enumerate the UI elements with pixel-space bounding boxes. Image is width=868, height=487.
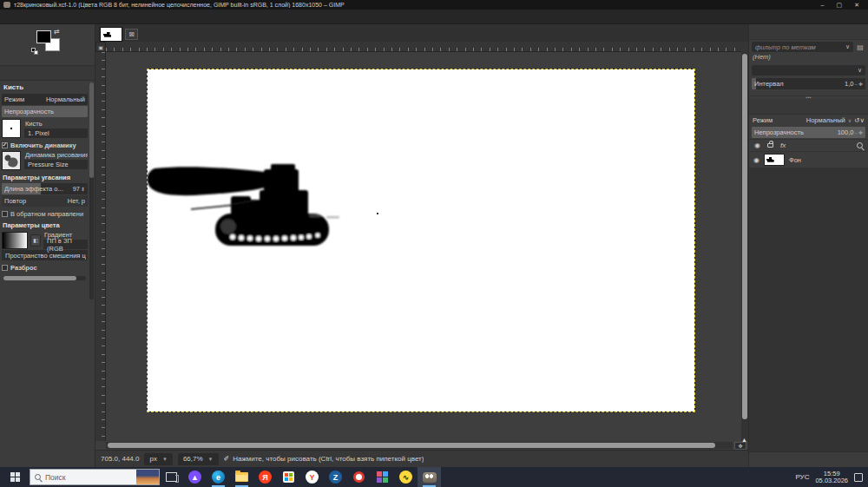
mode-switch-icon[interactable]: ↺∨ [854, 116, 865, 124]
dynamics-value[interactable]: Pressure Size [24, 160, 88, 169]
start-button[interactable] [0, 467, 30, 487]
brush-label: Кисть [24, 120, 88, 128]
image-canvas[interactable] [148, 69, 694, 411]
brush-spacing-slider[interactable]: Интервал 1,0 − ✚ [752, 78, 865, 89]
layer-mode-value[interactable]: Нормальный [806, 116, 845, 124]
opera-icon [353, 471, 365, 483]
ms-store-button[interactable] [277, 467, 300, 487]
gimp-taskbar-button[interactable] [418, 467, 441, 487]
horizontal-scrollbar[interactable] [106, 442, 733, 449]
opera-app-button[interactable] [347, 467, 371, 487]
gimp-window: т28криноковый.xcf-1.0 (Цвета RGB 8 бит, … [0, 0, 868, 487]
layer-name[interactable]: Фон [789, 156, 801, 164]
yandex-start-button[interactable]: Y [300, 467, 324, 487]
unit-dropdown[interactable]: px ▼ [144, 453, 172, 465]
alice-app-button[interactable]: ▲ [183, 467, 207, 487]
image-tab-strip: ⊠ [95, 24, 748, 42]
options-vertical-scrollbar[interactable] [89, 82, 94, 299]
tool-grid [0, 24, 95, 27]
foreground-color-swatch[interactable] [36, 30, 51, 43]
fade-length-slider[interactable]: Длина эффекта о... 97 ⬍ [2, 183, 88, 194]
view-mode-toggle-icon[interactable]: ▤ [855, 43, 865, 51]
tray-date: 05.03.2026 [815, 477, 848, 484]
image-tab[interactable] [100, 27, 122, 42]
layer-row-background[interactable]: ◉ Фон [749, 152, 868, 168]
spacing-value: 1,0 [843, 80, 853, 88]
layer-buttons [749, 451, 868, 467]
vertical-scrollbar[interactable]: ▲ [741, 52, 748, 441]
gradient-reverse-button[interactable]: ◧ [30, 234, 41, 247]
enable-dynamics-checkbox[interactable]: ✓ Включить динамику [2, 140, 88, 150]
repeat-dropdown[interactable]: Повтор Нет, р [2, 195, 88, 207]
brush-preview[interactable] [2, 119, 21, 138]
blend-space-dropdown[interactable]: Пространство смешения ц [2, 250, 88, 260]
enable-dynamics-label: Включить динамику [10, 141, 76, 149]
close-button[interactable]: ✕ [854, 2, 859, 9]
layer-opacity-label: Непрозрачность [754, 128, 836, 136]
tiles-app-button[interactable] [371, 467, 394, 487]
fade-options-title: Параметры угасания [2, 171, 88, 182]
jitter-label: Разброс [10, 264, 37, 272]
layer-visibility-icon[interactable]: ◉ [753, 156, 760, 164]
options-horizontal-scrollbar[interactable] [3, 276, 86, 280]
minus-icon[interactable]: − [854, 82, 858, 87]
search-icon [35, 474, 41, 480]
spinner-icon[interactable]: ⬍ [81, 186, 85, 192]
ruler-origin-button[interactable]: ▣ [95, 42, 106, 52]
plus-icon[interactable]: ✚ [858, 81, 863, 87]
image-thumbnail [103, 32, 114, 37]
dynamics-preview-icon [2, 151, 21, 170]
repeat-label: Повтор [4, 197, 66, 205]
fade-length-value: 97 [71, 185, 80, 193]
yandex-browser-icon: Я [259, 471, 272, 484]
fx-icon[interactable]: fx [780, 141, 786, 149]
vertical-ruler[interactable] [95, 52, 106, 441]
tag-filter-input[interactable]: фильтр по меткам ∨ [752, 42, 853, 52]
swap-colors-icon[interactable]: ⇄ [54, 28, 60, 36]
clock[interactable]: 15:59 05.03.2026 [815, 471, 848, 484]
tool-options-title: Кисть [2, 82, 88, 93]
gradient-value[interactable]: ПП в ЗП (RGB [43, 240, 88, 249]
default-colors-icon[interactable] [31, 48, 39, 55]
language-indicator[interactable]: РУС [795, 473, 809, 481]
layer-list-empty-area [749, 168, 868, 451]
tank-drawing [148, 69, 694, 411]
windows-taskbar: Поиск ▲ e Я Y Z ∿ РУС 15:59 05.03.2026 [0, 467, 868, 487]
mode-label: Режим [4, 95, 44, 103]
edge-app-button[interactable]: e [207, 467, 230, 487]
chevron-down-icon: ▼ [208, 457, 214, 462]
brush-edit-dropdown[interactable]: ∨ [752, 65, 865, 76]
dynamics-selector[interactable]: Динамика рисования Pressure Size [2, 151, 88, 170]
mode-dropdown[interactable]: Режим Нормальный [2, 94, 88, 105]
maximize-button[interactable]: ▢ [837, 2, 843, 9]
title-bar: т28криноковый.xcf-1.0 (Цвета RGB 8 бит, … [0, 0, 868, 10]
brushes-dock-tabs [749, 24, 868, 40]
taskbar-search-input[interactable]: Поиск [30, 469, 160, 485]
notification-center-icon[interactable] [854, 473, 863, 482]
gradient-preview[interactable] [2, 232, 28, 249]
visibility-icon[interactable]: ◉ [754, 141, 760, 149]
brush-name[interactable]: 1. Pixel [24, 128, 88, 138]
reverse-checkbox[interactable]: В обратном направлени [2, 208, 88, 219]
yandex-browser-button[interactable]: Я [253, 467, 277, 487]
task-view-button[interactable] [160, 467, 183, 487]
brush-selector[interactable]: Кисть 1. Pixel [2, 119, 88, 138]
minimize-button[interactable]: – [821, 2, 825, 9]
image-tab-secondary[interactable]: ⊠ [125, 29, 138, 40]
explorer-app-button[interactable] [230, 467, 253, 487]
zoom-dropdown[interactable]: 66,7% ▼ [178, 453, 219, 465]
layer-opacity-slider[interactable]: Непрозрачность 100,0 − ✚ [752, 127, 865, 138]
yellow-app-button[interactable]: ∿ [394, 467, 418, 487]
brush-status-icon: ✐ [224, 455, 230, 463]
lock-icon[interactable] [767, 143, 773, 148]
gradient-selector[interactable]: ◧ Градиент ПП в ЗП (RGB [2, 231, 88, 249]
tag-none-label: (Нет) [749, 53, 868, 62]
plus-icon[interactable]: ✚ [858, 129, 863, 135]
reverse-label: В обратном направлени [10, 210, 83, 218]
jitter-checkbox[interactable]: Разброс [2, 262, 88, 273]
horizontal-ruler[interactable] [106, 42, 741, 52]
minus-icon[interactable]: − [854, 130, 858, 135]
search-icon[interactable] [857, 142, 863, 148]
opacity-slider[interactable]: Непрозрачность [2, 106, 88, 117]
blue-app-button[interactable]: Z [324, 467, 347, 487]
